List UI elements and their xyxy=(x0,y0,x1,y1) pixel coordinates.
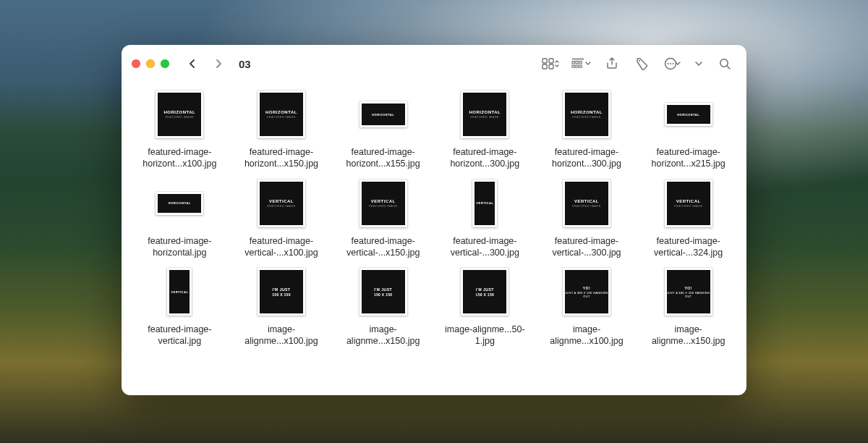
thumbnail-image: HORIZONTALFEATURED IMAGE xyxy=(461,90,509,138)
file-item[interactable]: I'M JUST150 X 150image-alignme...x150.jp… xyxy=(335,264,431,347)
thumbnail-text-1: I'M JUST xyxy=(476,287,494,292)
svg-line-17 xyxy=(727,66,730,69)
file-item[interactable]: HORIZONTALfeatured-image-horizont...x215… xyxy=(640,87,736,170)
svg-point-14 xyxy=(670,63,671,64)
thumbnail-text-1: HORIZONTAL xyxy=(372,113,394,117)
file-item[interactable]: VERTICALFEATURED IMAGEfeatured-image-ver… xyxy=(234,176,330,259)
share-icon xyxy=(605,57,618,70)
file-item[interactable]: HORIZONTALFEATURED IMAGEfeatured-image-h… xyxy=(539,87,635,170)
file-thumbnail[interactable]: HORIZONTALFEATURED IMAGE xyxy=(132,87,228,142)
file-thumbnail[interactable]: I'M JUST150 X 150 xyxy=(234,264,330,319)
window-toolbar: 03 xyxy=(122,45,746,83)
fullscreen-button[interactable] xyxy=(161,59,169,68)
file-item[interactable]: VERTICALfeatured-image-vertical.jpg xyxy=(132,264,228,347)
file-name[interactable]: image-alignme...x100.jpg xyxy=(235,324,328,347)
file-grid-area[interactable]: HORIZONTALFEATURED IMAGEfeatured-image-h… xyxy=(122,83,746,395)
file-name[interactable]: featured-image-horizontal.jpg xyxy=(133,235,226,259)
file-name[interactable]: featured-image-vertical-...x100.jpg xyxy=(235,235,328,259)
file-name[interactable]: featured-image-horizont...300.jpg xyxy=(540,146,633,170)
file-thumbnail[interactable]: HORIZONTAL xyxy=(132,176,228,231)
thumbnail-text-1: YO! xyxy=(583,286,590,290)
svg-rect-7 xyxy=(579,62,582,64)
thumbnail-text-1: I'M JUST xyxy=(273,287,291,292)
chevron-down-icon xyxy=(694,58,703,69)
close-button[interactable] xyxy=(132,59,140,68)
file-item[interactable]: VERTICALFEATURED IMAGEfeatured-image-ver… xyxy=(640,176,736,259)
file-name[interactable]: image-alignme...x150.jpg xyxy=(642,324,735,347)
file-name[interactable]: image-alignme...x100.jpg xyxy=(540,324,633,347)
file-name[interactable]: featured-image-horizont...x150.jpg xyxy=(235,146,328,170)
file-item[interactable]: I'M JUST150 X 150image-alignme...50-1.jp… xyxy=(437,264,533,347)
updown-icon xyxy=(553,58,561,69)
window-title: 03 xyxy=(239,58,251,70)
file-thumbnail[interactable]: YO!JUST A 300 X 200 HANGING OUT xyxy=(539,264,635,319)
thumbnail-image: VERTICALFEATURED IMAGE xyxy=(665,180,712,227)
file-item[interactable]: I'M JUST150 X 150image-alignme...x100.jp… xyxy=(234,264,330,347)
file-item[interactable]: VERTICALFEATURED IMAGEfeatured-image-ver… xyxy=(539,176,635,259)
file-name[interactable]: image-alignme...x150.jpg xyxy=(337,324,430,347)
back-button[interactable] xyxy=(182,54,203,74)
window-controls xyxy=(132,59,169,68)
file-item[interactable]: VERTICALFEATURED IMAGEfeatured-image-ver… xyxy=(335,176,431,259)
file-thumbnail[interactable]: I'M JUST150 X 150 xyxy=(437,264,533,319)
thumbnail-text-2: FEATURED IMAGE xyxy=(471,115,499,119)
svg-rect-10 xyxy=(579,65,582,67)
file-thumbnail[interactable]: HORIZONTALFEATURED IMAGE xyxy=(539,87,635,142)
thumbnail-image: VERTICAL xyxy=(167,268,192,316)
tag-icon xyxy=(636,57,649,70)
file-name[interactable]: featured-image-horizont...300.jpg xyxy=(438,146,531,170)
file-item[interactable]: YO!JUST A 300 X 200 HANGING OUTimage-ali… xyxy=(640,264,736,347)
file-name[interactable]: image-alignme...50-1.jpg xyxy=(438,324,531,347)
file-name[interactable]: featured-image-vertical-...300.jpg xyxy=(438,235,531,259)
forward-button[interactable] xyxy=(208,54,229,74)
thumbnail-text-2: JUST A 300 X 200 HANGING OUT xyxy=(667,291,710,298)
thumbnail-image: VERTICALFEATURED IMAGE xyxy=(258,180,305,227)
thumbnail-text-1: YO! xyxy=(684,286,692,290)
file-thumbnail[interactable]: VERTICALFEATURED IMAGE xyxy=(335,176,431,231)
file-name[interactable]: featured-image-horizont...x155.jpg xyxy=(337,146,430,170)
file-thumbnail[interactable]: VERTICAL xyxy=(437,176,533,231)
file-thumbnail[interactable]: VERTICAL xyxy=(132,264,228,319)
file-item[interactable]: HORIZONTALFEATURED IMAGEfeatured-image-h… xyxy=(437,87,533,170)
svg-rect-2 xyxy=(542,64,547,69)
file-item[interactable]: HORIZONTALfeatured-image-horizont...x155… xyxy=(335,87,431,170)
file-thumbnail[interactable]: VERTICALFEATURED IMAGE xyxy=(539,176,635,231)
file-name[interactable]: featured-image-horizont...x100.jpg xyxy=(133,146,226,170)
file-name[interactable]: featured-image-vertical.jpg xyxy=(133,324,226,347)
thumbnail-text-1: VERTICAL xyxy=(574,199,599,203)
file-thumbnail[interactable]: YO!JUST A 300 X 200 HANGING OUT xyxy=(640,264,736,319)
file-thumbnail[interactable]: HORIZONTALFEATURED IMAGE xyxy=(234,87,330,142)
file-name[interactable]: featured-image-horizont...x215.jpg xyxy=(642,146,735,170)
chevron-down-icon xyxy=(674,58,681,69)
file-item[interactable]: YO!JUST A 300 X 200 HANGING OUTimage-ali… xyxy=(539,264,635,347)
share-button[interactable] xyxy=(600,54,624,74)
file-thumbnail[interactable]: HORIZONTAL xyxy=(335,87,431,142)
file-name[interactable]: featured-image-vertical-...300.jpg xyxy=(540,235,633,259)
thumbnail-text-1: I'M JUST xyxy=(374,287,392,292)
view-icons-button[interactable] xyxy=(540,54,563,74)
file-name[interactable]: featured-image-vertical-...324.jpg xyxy=(642,235,735,259)
file-thumbnail[interactable]: HORIZONTAL xyxy=(640,87,736,142)
file-thumbnail[interactable]: I'M JUST150 X 150 xyxy=(335,264,431,319)
file-item[interactable]: HORIZONTALFEATURED IMAGEfeatured-image-h… xyxy=(132,87,228,170)
minimize-button[interactable] xyxy=(146,59,155,68)
thumbnail-image: VERTICALFEATURED IMAGE xyxy=(563,180,610,227)
svg-point-11 xyxy=(639,60,640,62)
actions-button[interactable] xyxy=(661,54,684,74)
file-name[interactable]: featured-image-vertical-...x150.jpg xyxy=(337,235,430,259)
thumbnail-image: YO!JUST A 300 X 200 HANGING OUT xyxy=(563,268,610,316)
file-item[interactable]: VERTICALfeatured-image-vertical-...300.j… xyxy=(437,176,533,259)
group-by-button[interactable] xyxy=(570,54,593,74)
file-thumbnail[interactable]: HORIZONTALFEATURED IMAGE xyxy=(437,87,533,142)
file-item[interactable]: HORIZONTALFEATURED IMAGEfeatured-image-h… xyxy=(234,87,330,170)
toolbar-overflow-button[interactable] xyxy=(692,54,706,74)
file-item[interactable]: HORIZONTALfeatured-image-horizontal.jpg xyxy=(132,176,228,259)
thumbnail-text-1: HORIZONTAL xyxy=(163,110,195,114)
thumbnail-text-1: VERTICAL xyxy=(371,199,396,203)
file-thumbnail[interactable]: VERTICALFEATURED IMAGE xyxy=(234,176,330,231)
thumbnail-image: VERTICAL xyxy=(472,180,497,227)
tags-button[interactable] xyxy=(631,54,654,74)
search-button[interactable] xyxy=(713,54,736,74)
file-thumbnail[interactable]: VERTICALFEATURED IMAGE xyxy=(640,176,736,231)
thumbnail-image: I'M JUST150 X 150 xyxy=(461,268,509,316)
